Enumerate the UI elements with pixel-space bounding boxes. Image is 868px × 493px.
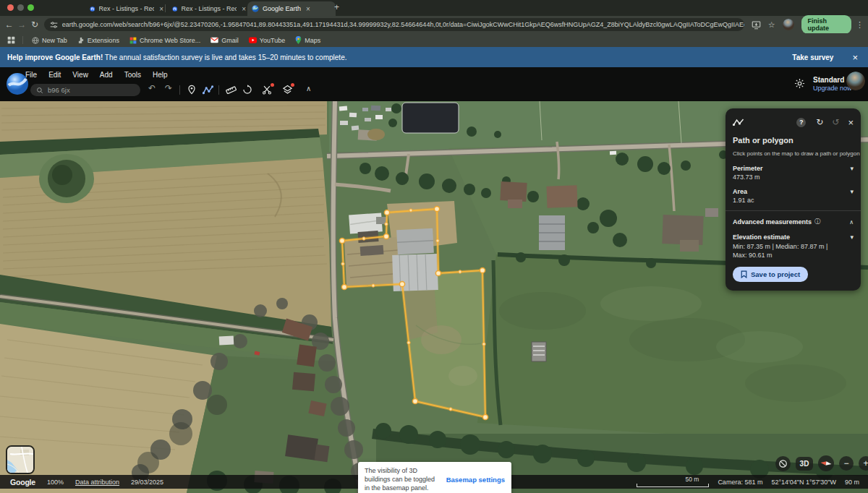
imagery-date: 29/03/2025: [131, 479, 163, 486]
tab-close-icon[interactable]: ×: [240, 5, 247, 13]
tab-title: Rex - Listings - Record: [182, 5, 237, 12]
panel-undo-icon[interactable]: ↺: [832, 117, 839, 127]
install-app-icon[interactable]: [752, 20, 761, 30]
bookmark-extensions[interactable]: Extensions: [77, 37, 119, 44]
tab-close-icon[interactable]: ×: [158, 5, 165, 13]
bookmark-label: YouTube: [260, 37, 285, 44]
data-attribution-link[interactable]: Data attribution: [75, 479, 119, 486]
search-value: b96 6jx: [48, 86, 70, 94]
basemap-settings-link[interactable]: Basemap settings: [446, 476, 505, 484]
settings-gear-icon[interactable]: [794, 78, 805, 89]
scale-label: 50 m: [637, 476, 709, 483]
earth-avatar[interactable]: [846, 72, 865, 90]
redo-icon[interactable]: ↷: [165, 83, 172, 93]
apps-grid-icon[interactable]: [7, 36, 15, 44]
finish-update-chip[interactable]: Finish update: [801, 15, 851, 34]
bookmark-label: New Tab: [42, 37, 67, 44]
bookmark-icon: [741, 270, 747, 278]
ground-elevation: 90 m: [845, 479, 859, 486]
placemark-pin-icon[interactable]: [187, 85, 197, 95]
ruler-icon[interactable]: [226, 85, 237, 95]
mac-minimize-light[interactable]: [17, 4, 24, 11]
bookmark-webstore[interactable]: Chrome Web Store...: [129, 37, 200, 44]
banner-highlight: Help improve Google Earth!: [7, 53, 103, 61]
youtube-icon: [249, 37, 257, 43]
tab-google-earth-active[interactable]: Google Earth ×: [247, 1, 336, 16]
url-bar[interactable]: earth.google.com/web/search/b96+6jx/@52.…: [44, 18, 744, 31]
zoom-in-button[interactable]: +: [859, 456, 868, 471]
back-icon[interactable]: ←: [3, 20, 16, 30]
tab-rex-1[interactable]: Rex - Listings - Record ×: [85, 1, 169, 16]
earth-favicon: [252, 5, 259, 12]
save-to-project-button[interactable]: Save to project: [733, 267, 808, 282]
bookmark-gmail[interactable]: Gmail: [210, 37, 239, 44]
new-tab-button[interactable]: +: [334, 2, 339, 12]
reload-icon[interactable]: ↻: [28, 20, 41, 30]
forward-icon[interactable]: →: [16, 20, 29, 30]
notification-dot: [271, 83, 274, 87]
browser-toolbar: ← → ↻ earth.google.com/web/search/b96+6j…: [0, 16, 868, 33]
tab-rex-2[interactable]: Rex - Listings - Record ×: [168, 1, 252, 16]
zoom-percent: 100%: [47, 479, 64, 486]
menu-file[interactable]: File: [25, 71, 37, 79]
zoom-out-button[interactable]: −: [839, 456, 854, 471]
tab-title: Rex - Listings - Record: [99, 5, 155, 12]
menu-help[interactable]: Help: [153, 71, 168, 79]
maps-pin-icon: [295, 36, 302, 44]
bookmark-label: Maps: [305, 37, 320, 44]
mode-3d-button[interactable]: 3D: [796, 457, 813, 471]
panel-divider: [726, 210, 861, 211]
bookmark-label: Extensions: [88, 37, 119, 44]
compass[interactable]: [818, 455, 834, 471]
menu-add[interactable]: Add: [100, 71, 113, 79]
path-polygon-icon[interactable]: [203, 85, 213, 95]
elevation-unit-chevron-icon[interactable]: ▾: [850, 233, 854, 241]
perimeter-unit-chevron-icon[interactable]: ▾: [850, 165, 854, 172]
camera-altitude: Camera: 581 m: [718, 479, 762, 486]
tab-close-icon[interactable]: ×: [305, 5, 312, 13]
circle-measure-icon[interactable]: [242, 85, 252, 95]
take-survey-link[interactable]: Take survey: [792, 53, 833, 61]
perimeter-value: 473.73 m: [733, 173, 763, 181]
tab-title: Google Earth: [263, 5, 301, 12]
coordinates: 52°14'04"N 1°57'30"W: [771, 479, 836, 486]
bookmark-new-tab[interactable]: New Tab: [32, 37, 67, 44]
street-view-unavailable-icon[interactable]: [775, 456, 791, 471]
panel-close-icon[interactable]: ×: [848, 117, 854, 128]
notification-dot: [291, 83, 294, 87]
avatar[interactable]: [783, 19, 794, 30]
browser-menu-icon[interactable]: ⋮: [856, 20, 864, 30]
google-logo[interactable]: Google: [10, 478, 35, 486]
webstore-icon: [129, 37, 137, 44]
tab-strip: Rex - Listings - Record × Rex - Listings…: [0, 0, 868, 16]
site-settings-icon[interactable]: [50, 21, 58, 29]
area-label: Area: [733, 188, 754, 195]
area-unit-chevron-icon[interactable]: ▾: [850, 188, 854, 195]
path-tool-icon: [733, 118, 744, 127]
mac-close-light[interactable]: [7, 4, 14, 11]
menu-edit[interactable]: Edit: [48, 71, 61, 79]
scale-bar: 50 m: [637, 476, 709, 487]
menu-tools[interactable]: Tools: [124, 71, 141, 79]
overview-minimap[interactable]: [6, 445, 35, 474]
rex-favicon: [172, 6, 178, 12]
bookmark-star-icon[interactable]: ☆: [768, 20, 775, 30]
undo-icon[interactable]: ↶: [148, 83, 156, 93]
upgrade-link[interactable]: Upgrade now: [813, 85, 852, 92]
mac-zoom-light[interactable]: [27, 4, 34, 11]
advanced-collapse-icon[interactable]: ∧: [849, 219, 854, 226]
panel-redo-icon[interactable]: ↻: [816, 117, 823, 127]
search-icon: [36, 87, 43, 94]
banner-close-icon[interactable]: ×: [852, 52, 858, 63]
info-icon[interactable]: ⓘ: [814, 218, 821, 226]
bookmarks-divider: [22, 36, 23, 44]
bookmark-youtube[interactable]: YouTube: [249, 37, 285, 44]
scale-line: [637, 484, 709, 487]
collapse-toolbar-icon[interactable]: ∧: [306, 85, 311, 93]
menu-view[interactable]: View: [72, 71, 88, 79]
tab-divider: [165, 4, 166, 12]
search-box[interactable]: b96 6jx: [30, 84, 140, 96]
panel-help-icon[interactable]: ?: [796, 118, 806, 127]
tooltip-message: The visibility of 3D buildings can be to…: [365, 466, 441, 492]
bookmark-maps[interactable]: Maps: [295, 36, 320, 44]
